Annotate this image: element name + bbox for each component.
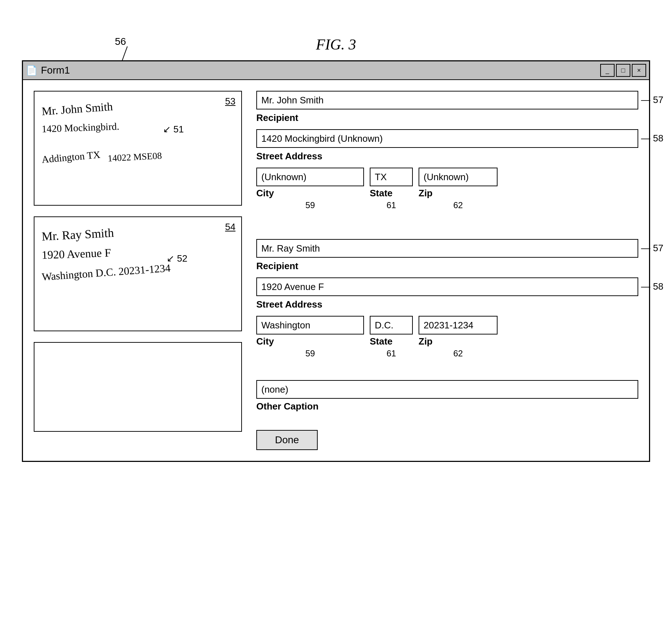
window-icon: 📄 (26, 65, 37, 76)
city-2-value: Washington (261, 320, 310, 331)
minimize-button[interactable]: _ (600, 64, 615, 77)
state-2-label: State (370, 336, 413, 347)
window-titlebar: 📄 Form1 _ □ × (23, 61, 649, 80)
figure-ref-number: 56 (115, 36, 126, 47)
recipient-2-label: Recipient (256, 261, 638, 272)
city-1-label: City (256, 188, 274, 199)
recipient-2-wrapper: Mr. Ray Smith — 57 (256, 239, 638, 258)
window-controls[interactable]: _ □ × (600, 64, 646, 77)
street-1-wrapper: 1420 Mockingbird (Unknown) — 58 (256, 129, 638, 148)
city-state-zip-1: (Unknown) City 59 TX State 61 (256, 168, 638, 210)
window-title-area: 📄 Form1 (26, 65, 70, 76)
other-caption-label: Other Caption (256, 401, 638, 412)
state-1-wrapper: TX State 61 (370, 168, 413, 210)
recipient-1-label: Recipient (256, 112, 638, 123)
city-2-label: City (256, 336, 364, 347)
state-1-ref: 61 (370, 200, 413, 210)
zip-2-ref: 62 (419, 348, 498, 359)
recipient-2-value: Mr. Ray Smith (261, 243, 320, 254)
recipient-1-value: Mr. John Smith (261, 95, 323, 106)
street-2-input[interactable]: 1920 Avenue F (256, 277, 638, 296)
ref-58-1: — 58 (641, 133, 663, 144)
state-2-ref: 61 (370, 348, 413, 359)
city-2-input[interactable]: Washington (256, 316, 364, 334)
city-2-ref: 59 (256, 348, 364, 359)
zip-2-input[interactable]: 20231-1234 (419, 316, 498, 334)
city-2-wrapper: Washington City 59 (256, 316, 364, 359)
city-1-value: (Unknown) (261, 172, 307, 183)
city-1-ref: 59 (256, 200, 364, 210)
window-content: 53 Mr. John Smith 1420 Mockingbird. ↙ 51… (23, 80, 649, 461)
zip-1-ref: 62 (419, 200, 498, 210)
state-1-value: TX (375, 172, 387, 183)
zip-2-wrapper: 20231-1234 Zip 62 (419, 316, 498, 359)
image-panel-3 (34, 342, 242, 432)
street-2-value: 1920 Avenue F (261, 281, 324, 293)
zip-2-value: 20231-1234 (424, 320, 473, 331)
street-2-wrapper: 1920 Avenue F — 58 (256, 277, 638, 296)
ref-57-2: — 57 (641, 243, 663, 254)
close-button[interactable]: × (632, 64, 646, 77)
state-1-label: State (370, 188, 413, 199)
image-panel-1: 53 Mr. John Smith 1420 Mockingbird. ↙ 51… (34, 91, 242, 206)
main-window: 📄 Form1 _ □ × 53 Mr. John Smith 1420 Moc… (22, 60, 650, 462)
done-section: Done (256, 426, 638, 450)
state-2-wrapper: D.C. State 61 (370, 316, 413, 359)
handwriting-2-line3: Washington D.C. 20231-1234 (41, 262, 171, 283)
recipient-1-input[interactable]: Mr. John Smith (256, 91, 638, 109)
done-button[interactable]: Done (256, 430, 318, 450)
address-block-1: Mr. John Smith — 57 Recipient 1420 Mocki… (256, 91, 638, 210)
zip-1-wrapper: (Unknown) Zip 62 (419, 168, 498, 210)
address-block-2: Mr. Ray Smith — 57 Recipient 1920 Avenue… (256, 239, 638, 359)
panel-1-ref: ↙ 51 (163, 124, 184, 135)
ref-58-2: — 58 (641, 281, 663, 292)
state-2-input[interactable]: D.C. (370, 316, 413, 334)
panel-2-number: 54 (225, 221, 235, 233)
street-1-input[interactable]: 1420 Mockingbird (Unknown) (256, 129, 638, 148)
recipient-1-wrapper: Mr. John Smith — 57 (256, 91, 638, 109)
divider (256, 225, 638, 232)
other-caption-value: (none) (261, 384, 288, 395)
city-1-wrapper: (Unknown) City 59 (256, 168, 364, 210)
handwriting-1-line3: Addington TX (41, 149, 101, 165)
maximize-button[interactable]: □ (616, 64, 630, 77)
ref-57-1: — 57 (641, 94, 663, 106)
state-2-value: D.C. (375, 320, 393, 331)
left-column: 53 Mr. John Smith 1420 Mockingbird. ↙ 51… (34, 91, 242, 450)
image-panel-2: 54 Mr. Ray Smith ↙ 52 1920 Avenue F Wash… (34, 216, 242, 331)
handwriting-2-line1: Mr. Ray Smith (41, 226, 114, 243)
street-2-label: Street Address (256, 299, 638, 310)
zip-2-label: Zip (419, 336, 498, 347)
zip-1-value: (Unknown) (424, 172, 469, 183)
handwriting-2-line2: 1920 Avenue F (41, 246, 111, 262)
handwriting-1-line1: Mr. John Smith (41, 100, 113, 118)
recipient-2-input[interactable]: Mr. Ray Smith (256, 239, 638, 258)
handwriting-1-line4: 14022 MSE08 (107, 150, 162, 164)
city-state-zip-2: Washington City 59 D.C. State 61 (256, 316, 638, 359)
zip-1-label: Zip (419, 188, 498, 199)
zip-1-input[interactable]: (Unknown) (419, 168, 498, 186)
panel-1-number: 53 (225, 96, 235, 107)
street-1-label: Street Address (256, 151, 638, 162)
other-caption-section: (none) Other Caption (256, 380, 638, 412)
right-column: Mr. John Smith — 57 Recipient 1420 Mocki… (256, 91, 638, 450)
state-1-input[interactable]: TX (370, 168, 413, 186)
window-title-text: Form1 (41, 65, 70, 76)
figure-label: FIG. 3 (14, 36, 658, 53)
street-1-value: 1420 Mockingbird (Unknown) (261, 133, 383, 144)
city-1-input[interactable]: (Unknown) (256, 168, 364, 186)
other-caption-input[interactable]: (none) (256, 380, 638, 399)
handwriting-1-line2: 1420 Mockingbird. (42, 121, 120, 135)
